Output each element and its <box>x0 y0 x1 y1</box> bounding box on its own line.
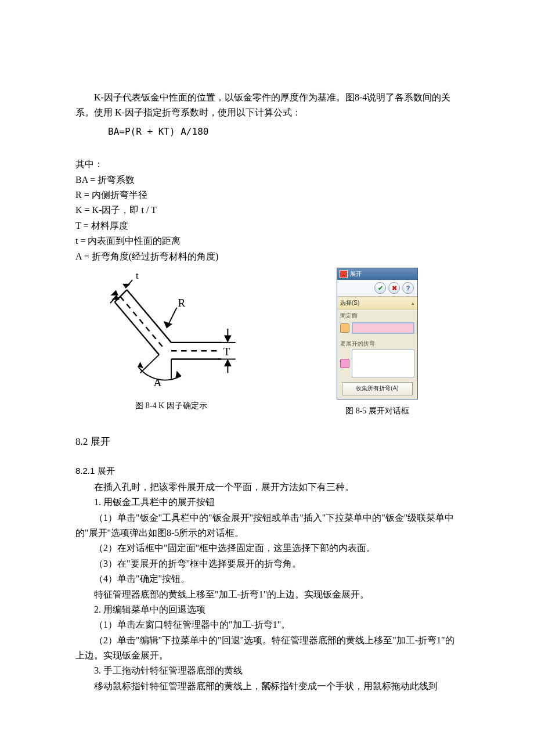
bend-picker-icon[interactable] <box>340 359 349 368</box>
svg-line-4 <box>115 302 159 355</box>
label-t: t <box>136 270 139 281</box>
dialog-titlebar[interactable]: 展开 <box>337 268 417 280</box>
svg-line-5 <box>120 297 164 350</box>
method-2-title: 2. 用编辑菜单中的回退选项 <box>75 602 459 617</box>
method-1-step-3: （3）在"要展开的折弯"框中选择要展开的折弯角。 <box>75 556 459 571</box>
document-page: K-因子代表钣金中性面的位置，以钣金零件的厚度作为基准。图8-4说明了各系数间的… <box>0 0 534 756</box>
def-a: A = 折弯角度(经过折弯材料的角度) <box>75 249 459 264</box>
method-1-step-1: （1）单击"钣金"工具栏中的"钣金展开"按钮或单击"插入"下拉菜单中的"钣金"级… <box>75 510 459 541</box>
p-intro: 在插入孔时，把该零件展开成一个平面，展开方法如下有三种。 <box>75 480 459 495</box>
fixed-face-input[interactable] <box>352 322 414 334</box>
method-2-step-2: （2）单击"编辑"下拉菜单中的"回退"选项。特征管理器底部的黄线上移至"加工-折… <box>75 633 459 664</box>
page-number: 95 <box>0 679 534 692</box>
svg-marker-15 <box>225 336 231 341</box>
definitions-block: 其中： BA = 折弯系数 R = 内侧折弯半径 K = K-因子，即 t / … <box>75 157 459 264</box>
svg-line-3 <box>127 290 171 343</box>
def-t-lower: t = 内表面到中性面的距离 <box>75 233 459 249</box>
svg-marker-17 <box>225 360 231 366</box>
bends-listbox[interactable] <box>352 350 414 377</box>
method-1-step-4: （4）单击"确定"按钮。 <box>75 571 459 586</box>
section-selection-label: 选择(S) <box>340 298 359 308</box>
svg-marker-11 <box>112 291 118 295</box>
method-3-title: 3. 手工拖动针特征管理器底部的黄线 <box>75 663 459 678</box>
face-picker-icon[interactable] <box>340 323 349 333</box>
def-t-upper: T = 材料厚度 <box>75 218 459 233</box>
def-ba: BA = 折弯系数 <box>75 172 459 188</box>
intro-paragraph: K-因子代表钣金中性面的位置，以钣金零件的厚度作为基准。图8-4说明了各系数间的… <box>75 90 459 121</box>
svg-line-22 <box>140 355 159 373</box>
bends-group: 要展开的折弯 <box>337 337 417 381</box>
method-1-title: 1. 用钣金工具栏中的展开按钮 <box>75 495 459 510</box>
figure-8-4: t R T <box>75 268 267 412</box>
figure-8-5-caption: 图 8-5 展开对话框 <box>319 404 435 417</box>
unfold-icon <box>340 270 348 278</box>
svg-marker-13 <box>165 322 171 327</box>
dialog-title: 展开 <box>350 269 362 279</box>
section-head-selection[interactable]: 选择(S) ▴ <box>337 297 417 310</box>
definitions-label: 其中： <box>75 157 459 172</box>
unfold-dialog: 展开 ✔ ✖ ? 选择(S) ▴ 固定面 <box>337 268 418 399</box>
method-1-step-2: （2）在对话框中"固定面"框中选择固定面，这里选择下部的内表面。 <box>75 541 459 556</box>
ok-button[interactable]: ✔ <box>374 282 386 294</box>
fixed-face-label: 固定面 <box>340 311 414 321</box>
figure-8-4-caption: 图 8-4 K 因子确定示 <box>75 399 267 412</box>
cancel-button[interactable]: ✖ <box>388 282 400 294</box>
def-k: K = K-因子，即 t / T <box>75 203 459 218</box>
heading-8-2: 8.2 展开 <box>75 434 459 450</box>
formula-text: BA=P(R + KT) A/180 <box>75 124 459 139</box>
k-factor-diagram: t R T <box>96 268 247 390</box>
def-r: R = 内侧折弯半径 <box>75 188 459 203</box>
bends-label: 要展开的折弯 <box>340 339 414 349</box>
figure-8-5: 展开 ✔ ✖ ? 选择(S) ▴ 固定面 <box>319 268 435 417</box>
label-t-upper: T <box>223 345 230 358</box>
label-a: A <box>153 376 161 388</box>
svg-marker-8 <box>124 285 129 288</box>
figure-row: t R T <box>75 268 459 417</box>
label-r: R <box>178 297 185 309</box>
svg-marker-10 <box>113 296 119 300</box>
collect-all-bends-button[interactable]: 收集所有折弯(A) <box>342 382 413 395</box>
method-2-step-1: （1）单击左窗口特征管理器中的"加工-折弯1"。 <box>75 617 459 632</box>
heading-8-2-1: 8.2.1 展开 <box>75 464 459 478</box>
fixed-face-group: 固定面 <box>337 309 417 337</box>
collapse-icon: ▴ <box>412 299 414 308</box>
method-1-result: 特征管理器底部的黄线上移至"加工-折弯1"的上边。实现钣金展开。 <box>75 587 459 602</box>
help-button[interactable]: ? <box>402 282 414 294</box>
dialog-button-row: ✔ ✖ ? <box>337 280 417 297</box>
